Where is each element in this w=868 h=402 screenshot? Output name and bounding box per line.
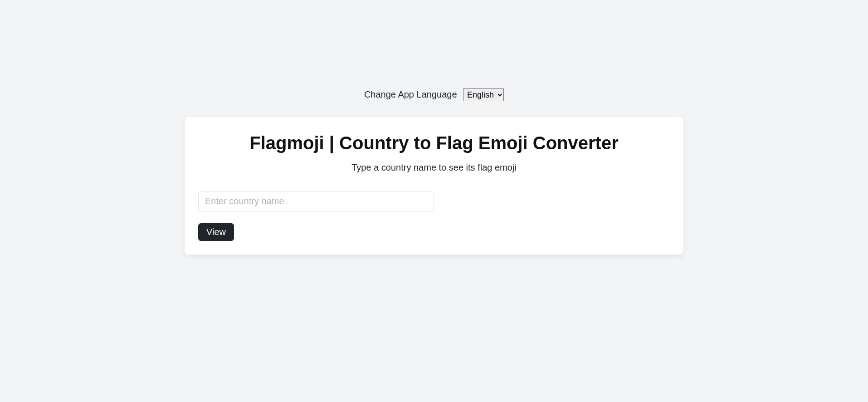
main-card: Flagmoji | Country to Flag Emoji Convert… — [185, 117, 683, 255]
language-label: Change App Language — [364, 89, 457, 99]
view-button[interactable]: View — [198, 223, 234, 241]
page-title: Flagmoji | Country to Flag Emoji Convert… — [198, 133, 670, 153]
page-subtitle: Type a country name to see its flag emoj… — [198, 162, 670, 173]
language-select[interactable]: English — [463, 88, 504, 101]
language-selector-row: Change App Language English — [185, 88, 683, 101]
country-input[interactable] — [198, 191, 434, 211]
